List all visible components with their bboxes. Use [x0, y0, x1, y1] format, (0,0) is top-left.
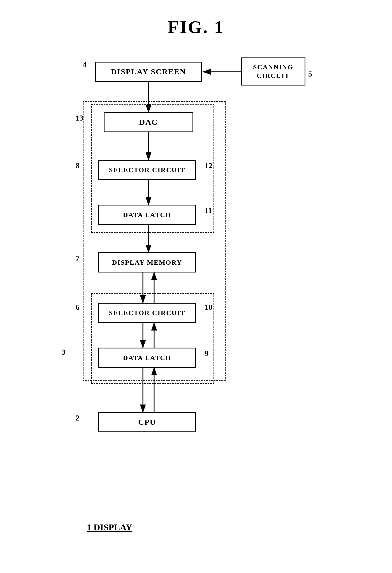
label-13: 13: [76, 114, 83, 123]
label-2: 2: [76, 413, 80, 422]
label-7: 7: [76, 254, 80, 263]
data-latch-top-block: DATA LATCH: [98, 205, 196, 225]
cpu-block: CPU: [98, 412, 196, 432]
label-9: 9: [205, 349, 208, 358]
data-latch-bottom-block: DATA LATCH: [98, 348, 196, 368]
bottom-label: 1 DISPLAY: [87, 522, 132, 533]
label-6: 6: [76, 303, 80, 312]
page-title: FIG. 1: [0, 0, 392, 38]
label-10: 10: [205, 303, 212, 312]
label-12: 12: [205, 161, 212, 170]
dac-block: DAC: [104, 112, 193, 132]
selector-circuit-bottom-block: SELECTOR CIRCUIT: [98, 303, 196, 323]
label-5: 5: [308, 70, 312, 78]
label-8: 8: [76, 161, 80, 170]
display-memory-block: DISPLAY MEMORY: [98, 252, 196, 272]
label-11: 11: [205, 206, 212, 215]
label-4: 4: [83, 60, 87, 69]
display-screen-block: DISPLAY SCREEN: [95, 62, 202, 82]
selector-circuit-top-block: SELECTOR CIRCUIT: [98, 160, 196, 180]
scanning-circuit-block: SCANNING CIRCUIT: [241, 57, 305, 86]
label-3: 3: [62, 348, 66, 357]
